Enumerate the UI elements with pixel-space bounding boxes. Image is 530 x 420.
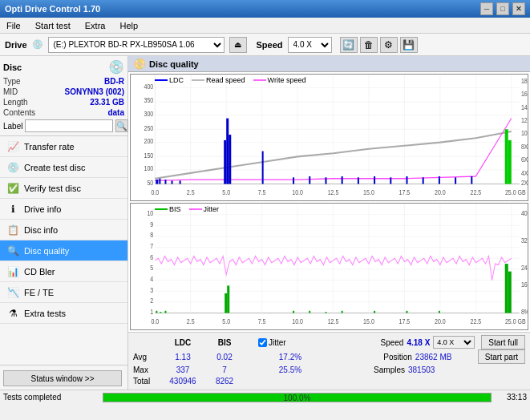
svg-text:10.0: 10.0 (292, 317, 303, 325)
eject-button[interactable]: ⏏ (229, 37, 247, 53)
start-part-button[interactable]: Start part (478, 349, 525, 364)
svg-rect-71 (131, 204, 528, 329)
speed-select-stats[interactable]: 4.0 X (433, 336, 475, 349)
sidebar-label-disc-info: Disc info (24, 225, 58, 235)
disc-icon: 💿 (108, 59, 124, 75)
refresh-button[interactable]: 🔄 (340, 37, 358, 53)
create-test-disc-icon: 💿 (6, 162, 19, 173)
close-button[interactable]: ✕ (512, 2, 525, 15)
sidebar-item-transfer-rate[interactable]: 📈 Transfer rate (0, 136, 127, 157)
svg-text:17.5: 17.5 (399, 188, 411, 196)
svg-text:7.5: 7.5 (258, 317, 266, 325)
svg-rect-30 (309, 176, 310, 184)
read-speed-legend-label: Read speed (206, 76, 245, 84)
max-bis: 7 (204, 365, 245, 374)
avg-ldc: 1.13 (162, 353, 204, 361)
disc-type-label: Type (3, 77, 21, 86)
svg-text:400: 400 (144, 82, 154, 91)
menu-start-test[interactable]: Start test (32, 19, 74, 32)
svg-rect-42 (508, 140, 512, 184)
disc-label-input[interactable] (25, 119, 113, 132)
disc-panel: Disc 💿 Type BD-R MID SONYNN3 (002) Lengt… (0, 56, 127, 136)
extra-tests-icon: ⚗ (6, 308, 19, 319)
speed-select[interactable]: 4.0 X (288, 37, 332, 53)
svg-text:20.0: 20.0 (435, 317, 446, 325)
svg-rect-28 (262, 151, 264, 184)
settings-button[interactable]: ⚙ (380, 37, 398, 53)
svg-rect-32 (342, 176, 343, 184)
samples-label: Samples (374, 365, 405, 374)
save-button[interactable]: 💾 (400, 37, 418, 53)
svg-text:6X: 6X (521, 155, 528, 164)
sidebar-item-verify-test-disc[interactable]: ✅ Verify test disc (0, 178, 127, 199)
disc-contents-field: Contents data (3, 108, 124, 117)
svg-rect-37 (423, 177, 424, 184)
sidebar-item-create-test-disc[interactable]: 💿 Create test disc (0, 157, 127, 178)
stats-area: LDC BIS Jitter Speed 4.18 X 4.0 X Start … (128, 332, 530, 390)
svg-text:5.0: 5.0 (222, 317, 230, 325)
svg-text:10: 10 (147, 208, 153, 217)
drive-select[interactable]: (E:) PLEXTOR BD-R PX-LB950SA 1.06 (48, 37, 225, 53)
svg-text:10X: 10X (521, 128, 528, 137)
disc-quality-header-icon: 📀 (133, 58, 146, 70)
fe-te-icon: 📉 (6, 287, 19, 298)
svg-text:350: 350 (144, 95, 154, 104)
svg-text:24%: 24% (521, 263, 528, 272)
sidebar-item-disc-quality[interactable]: 🔍 Disc quality (0, 240, 127, 261)
svg-rect-24 (180, 180, 181, 184)
maximize-button[interactable]: □ (496, 2, 509, 15)
sidebar-item-fe-te[interactable]: 📉 FE / TE (0, 282, 127, 303)
menu-file[interactable]: File (3, 19, 24, 32)
menu-extra[interactable]: Extra (82, 19, 109, 32)
charts-area: LDC Read speed Write speed (128, 72, 530, 332)
svg-rect-99 (325, 312, 326, 313)
sidebar-label-verify-test-disc: Verify test disc (24, 184, 81, 193)
disc-contents-value: data (107, 108, 124, 117)
svg-text:18X: 18X (521, 76, 528, 85)
svg-text:12.5: 12.5 (328, 317, 339, 325)
write-speed-legend-item: Write speed (253, 76, 306, 84)
svg-text:3: 3 (150, 285, 153, 293)
status-window-button[interactable]: Status window >> (3, 370, 122, 386)
svg-rect-105 (508, 272, 512, 313)
sidebar-item-cd-bler[interactable]: 📊 CD Bler (0, 261, 127, 282)
svg-text:0.0: 0.0 (151, 317, 159, 325)
svg-text:8%: 8% (521, 307, 528, 316)
menu-help[interactable]: Help (116, 19, 141, 32)
disc-quality-icon: 🔍 (6, 245, 19, 256)
jitter-checkbox[interactable] (258, 338, 267, 347)
disc-label-button[interactable]: 🔍 (115, 119, 128, 132)
disc-type-field: Type BD-R (3, 77, 124, 86)
avg-label: Avg (133, 353, 162, 361)
speed-label: Speed (257, 40, 283, 50)
svg-text:9: 9 (150, 220, 153, 228)
svg-text:16X: 16X (521, 89, 528, 98)
svg-rect-36 (406, 176, 407, 184)
svg-text:1: 1 (150, 307, 153, 316)
svg-text:8X: 8X (521, 142, 528, 151)
svg-text:300: 300 (144, 109, 154, 118)
drive-label: Drive (5, 40, 27, 50)
bis-jitter-svg: 10 9 8 7 6 5 4 3 2 1 40% 32% 24% 16% 8% (131, 204, 528, 329)
sidebar-item-extra-tests[interactable]: ⚗ Extra tests (0, 303, 127, 324)
svg-text:2X: 2X (521, 178, 528, 187)
start-full-button[interactable]: Start full (481, 335, 525, 349)
sidebar-item-drive-info[interactable]: ℹ Drive info (0, 199, 127, 220)
svg-rect-27 (229, 135, 231, 184)
svg-rect-29 (293, 177, 294, 184)
position-label: Position (383, 353, 412, 361)
ldc-chart-svg: 400 350 300 250 200 150 100 50 18X 16X 1… (131, 75, 528, 200)
erase-button[interactable]: 🗑 (360, 37, 378, 53)
read-speed-legend-item: Read speed (192, 76, 245, 84)
content-area: 📀 Disc quality LDC Read speed (128, 56, 530, 390)
progress-bar: 100.0% (103, 393, 492, 402)
svg-rect-35 (390, 177, 391, 184)
ldc-chart: LDC Read speed Write speed (130, 74, 528, 201)
minimize-button[interactable]: ─ (480, 2, 493, 15)
disc-quality-title: Disc quality (149, 59, 199, 69)
jitter-legend-item: Jitter (189, 205, 220, 213)
bis-jitter-legend: BIS Jitter (155, 205, 219, 213)
sidebar-item-disc-info[interactable]: 📋 Disc info (0, 220, 127, 240)
svg-rect-102 (406, 311, 407, 313)
main-layout: Disc 💿 Type BD-R MID SONYNN3 (002) Lengt… (0, 56, 530, 390)
